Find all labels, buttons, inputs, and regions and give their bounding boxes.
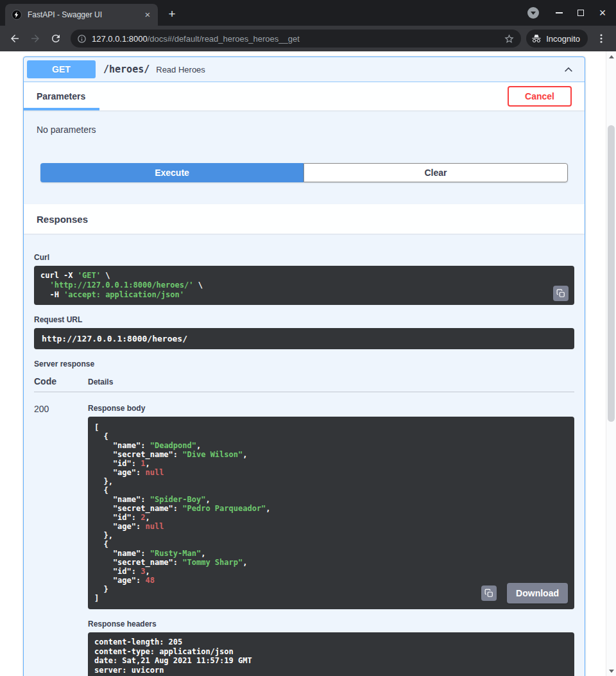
download-button[interactable]: Download — [507, 583, 568, 603]
scrollbar-down-button[interactable] — [606, 666, 616, 676]
collapse-chevron-icon[interactable] — [563, 64, 581, 74]
window-controls: × — [527, 0, 613, 26]
no-parameters-text: No parameters — [24, 110, 585, 163]
responses-title: Responses — [37, 214, 88, 225]
opblock-get-heroes: GET /heroes/ Read Heroes Parameters Canc… — [23, 56, 585, 676]
clear-button[interactable]: Clear — [304, 163, 568, 182]
operation-summary: Read Heroes — [156, 65, 205, 74]
parameters-tab-label: Parameters — [37, 91, 85, 101]
parameters-header: Parameters Cancel — [24, 82, 585, 110]
curl-command-text: curl -X 'GET' \ 'http://127.0.0.1:8000/h… — [40, 271, 568, 300]
incognito-badge: Incognito — [526, 30, 588, 48]
url-host: 127.0.0.1:8000 — [92, 34, 148, 44]
browser-window: FastAPI - Swagger UI × + × 127.0.0.1:800… — [0, 0, 616, 676]
response-body-label: Response body — [88, 404, 574, 413]
window-close-button[interactable]: × — [592, 2, 613, 24]
browser-tab[interactable]: FastAPI - Swagger UI × — [5, 4, 158, 26]
response-body-block: [ { "name": "Deadpond", "secret_name": "… — [88, 417, 574, 609]
incognito-icon — [531, 33, 542, 44]
request-url-label: Request URL — [34, 315, 574, 324]
response-headers-label: Response headers — [88, 620, 574, 628]
response-body-json: [ { "name": "Deadpond", "secret_name": "… — [94, 423, 568, 603]
response-table-header: Code Details — [34, 372, 574, 392]
fastapi-favicon-icon — [12, 10, 22, 20]
details-column-header: Details — [88, 377, 113, 386]
maximize-button[interactable] — [570, 2, 592, 24]
response-headers-block: content-length: 205content-type: applica… — [88, 632, 574, 676]
status-code: 200 — [34, 404, 88, 676]
response-row: 200 Response body [ { "name": "Deadpond"… — [34, 392, 574, 676]
tab-close-button[interactable]: × — [142, 10, 153, 20]
responses-header: Responses — [24, 204, 585, 234]
operation-path: /heroes/ — [96, 64, 156, 75]
tab-title: FastAPI - Swagger UI — [28, 10, 137, 19]
url-bar[interactable]: 127.0.0.1:8000/docs#/default/read_heroes… — [71, 30, 521, 48]
back-button[interactable] — [5, 29, 24, 48]
tab-search-button[interactable] — [527, 7, 539, 19]
scrollbar-thumb[interactable] — [608, 125, 615, 422]
execute-wrapper: Execute Clear — [24, 163, 585, 204]
url-path: /docs#/default/read_heroes_heroes__get — [148, 34, 300, 44]
site-info-icon[interactable] — [77, 34, 87, 44]
responses-body: Curl curl -X 'GET' \ 'http://127.0.0.1:8… — [24, 234, 585, 676]
forward-button[interactable] — [26, 29, 45, 48]
menu-button[interactable] — [592, 29, 611, 48]
execute-button[interactable]: Execute — [40, 163, 304, 182]
new-tab-button[interactable]: + — [163, 5, 181, 23]
curl-command-block: curl -X 'GET' \ 'http://127.0.0.1:8000/h… — [34, 266, 574, 305]
copy-response-button[interactable] — [481, 585, 497, 601]
scrollbar-up-button[interactable] — [606, 51, 616, 62]
request-url-value: http://127.0.0.1:8000/heroes/ — [34, 328, 574, 349]
page-content: GET /heroes/ Read Heroes Parameters Canc… — [0, 51, 616, 676]
copy-curl-button[interactable] — [553, 286, 569, 301]
browser-toolbar: 127.0.0.1:8000/docs#/default/read_heroes… — [0, 26, 616, 51]
bookmark-star-icon[interactable] — [504, 33, 515, 44]
incognito-label: Incognito — [546, 34, 580, 44]
code-column-header: Code — [34, 376, 88, 386]
minimize-button[interactable] — [548, 2, 570, 24]
page-scrollbar[interactable] — [606, 51, 616, 676]
reload-button[interactable] — [46, 29, 65, 48]
url-text: 127.0.0.1:8000/docs#/default/read_heroes… — [92, 34, 499, 44]
opblock-summary[interactable]: GET /heroes/ Read Heroes — [24, 57, 585, 82]
cancel-button[interactable]: Cancel — [508, 86, 572, 107]
server-response-label: Server response — [34, 360, 574, 368]
curl-label: Curl — [34, 253, 574, 262]
tab-parameters[interactable]: Parameters — [24, 82, 99, 110]
tab-strip: FastAPI - Swagger UI × + × — [0, 0, 616, 26]
get-method-badge: GET — [27, 60, 96, 78]
